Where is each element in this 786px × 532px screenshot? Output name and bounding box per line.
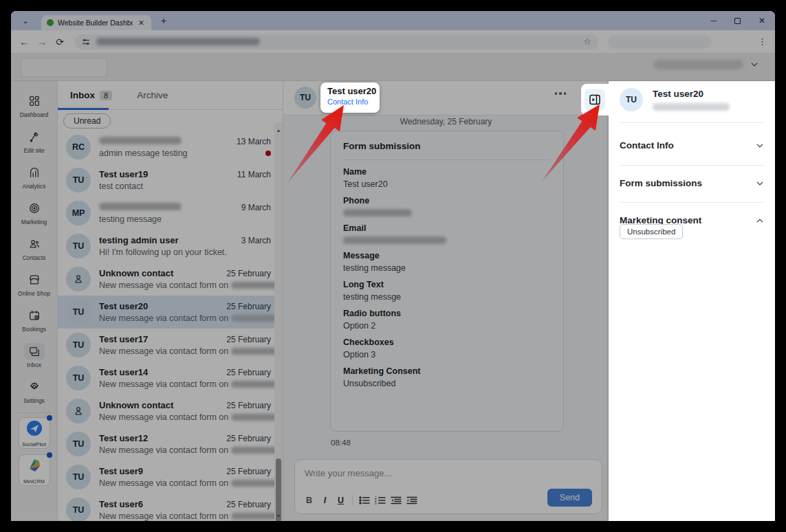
screenshot-frame: ⌄ Website Builder Dashboard ✕ + ─ ✕ ← → … [0, 0, 786, 532]
side-panel-icon [589, 93, 601, 106]
avatar: TU [620, 88, 643, 111]
chevron-down-icon [756, 179, 764, 188]
browser-window: ⌄ Website Builder Dashboard ✕ + ─ ✕ ← → … [11, 11, 775, 521]
chevron-up-icon [756, 217, 764, 225]
section-label: Contact Info [620, 140, 674, 151]
contact-info-link[interactable]: Contact Info [327, 98, 380, 106]
contact-name: Test user20 [327, 86, 380, 96]
contact-info-panel: TU Test user20 Contact Info Form submiss… [609, 81, 775, 521]
redacted-email [653, 103, 730, 111]
contact-panel-toggle-highlight [581, 84, 609, 115]
section-contact-info[interactable]: Contact Info [620, 140, 764, 151]
contact-name: Test user20 [653, 89, 730, 99]
chevron-down-icon [756, 142, 764, 150]
conversation-contact-callout: Test user20 Contact Info [320, 82, 380, 113]
consent-status-badge: Unsubscribed [620, 224, 683, 239]
open-side-panel-button[interactable] [585, 89, 605, 110]
section-form-submissions[interactable]: Form submissions [620, 178, 764, 188]
section-label: Form submissions [620, 178, 702, 188]
